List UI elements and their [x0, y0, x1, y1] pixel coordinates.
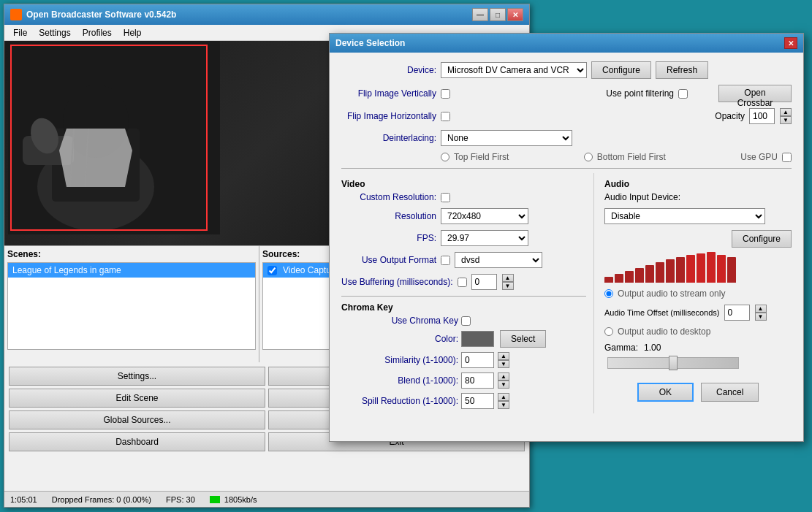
opacity-input[interactable] — [749, 108, 775, 124]
dialog-close-button[interactable]: ✕ — [784, 37, 797, 49]
menu-profiles[interactable]: Profiles — [77, 26, 118, 39]
buffering-up[interactable]: ▲ — [502, 274, 514, 282]
sim-up[interactable]: ▲ — [498, 352, 509, 360]
custom-resolution-row: Custom Resolution: — [341, 192, 586, 202]
blend-down[interactable]: ▼ — [498, 381, 509, 389]
buffering-spinner[interactable]: ▲ ▼ — [502, 274, 514, 290]
blend-row: Blend (1-1000): ▲ ▼ — [341, 372, 586, 389]
color-swatch[interactable] — [461, 331, 494, 347]
resolution-row: Resolution 720x480 640x480 1280x720 — [341, 208, 586, 224]
buffering-input[interactable] — [471, 274, 497, 290]
maximize-button[interactable]: □ — [490, 8, 506, 21]
dashboard-button[interactable]: Dashboard — [9, 432, 265, 451]
edit-scene-button[interactable]: Edit Scene — [9, 389, 265, 408]
blend-up[interactable]: ▲ — [498, 372, 509, 381]
open-crossbar-button[interactable]: Open Crossbar — [718, 85, 792, 102]
similarity-label: Similarity (1-1000): — [341, 355, 458, 365]
meter-bar-3 — [635, 268, 644, 283]
meter-bar-8 — [686, 255, 695, 283]
gamma-slider[interactable] — [607, 357, 739, 369]
color-label: Color: — [341, 334, 458, 344]
output-format-checkbox[interactable] — [441, 256, 450, 265]
similarity-spinner[interactable]: ▲ ▼ — [498, 352, 509, 368]
custom-resolution-checkbox[interactable] — [441, 193, 450, 202]
flip-horizontal-checkbox[interactable] — [441, 112, 450, 121]
use-gpu-label: Use GPU — [740, 152, 778, 162]
select-color-button[interactable]: Select — [500, 330, 546, 348]
source-checkbox[interactable] — [267, 266, 277, 275]
output-stream-label: Output audio to stream only — [618, 289, 725, 299]
audio-time-spinner[interactable]: ▲ ▼ — [755, 305, 767, 321]
left-column: Video Custom Resolution: Resolution 720x… — [341, 173, 594, 413]
audio-time-offset-input[interactable] — [724, 305, 750, 321]
output-stream-radio[interactable] — [604, 289, 613, 298]
flip-horizontal-label: Flip Image Horizontally — [341, 111, 436, 121]
use-gpu-checkbox[interactable] — [782, 153, 792, 162]
similarity-input[interactable] — [461, 352, 494, 368]
top-field-radio[interactable] — [441, 153, 449, 161]
opacity-spinner[interactable]: ▲ ▼ — [780, 108, 792, 124]
fps-select[interactable]: 29.97 25 30 60 — [441, 230, 528, 246]
menu-settings[interactable]: Settings — [33, 26, 76, 39]
menu-help[interactable]: Help — [118, 26, 148, 39]
configure-button[interactable]: Configure — [591, 61, 651, 79]
output-desktop-row: Output audio to desktop — [604, 326, 792, 337]
device-select[interactable]: Microsoft DV Camera and VCR — [441, 62, 587, 78]
buffering-checkbox[interactable] — [458, 278, 467, 287]
menu-file[interactable]: File — [7, 26, 33, 39]
scene-item-league[interactable]: League of Legends in game — [8, 263, 255, 278]
ok-button[interactable]: OK — [637, 383, 694, 402]
audio-input-select[interactable]: Disable Default — [604, 208, 765, 224]
use-chroma-key-checkbox[interactable] — [461, 316, 471, 326]
buffering-down[interactable]: ▼ — [502, 282, 514, 290]
opacity-label: Opacity — [715, 111, 745, 121]
scenes-list[interactable]: League of Legends in game — [7, 262, 256, 350]
output-desktop-radio[interactable] — [604, 327, 613, 336]
minimize-button[interactable]: — — [472, 8, 488, 21]
video-section-title: Video — [341, 179, 586, 189]
device-selection-dialog: Device Selection ✕ Device: Microsoft DV … — [329, 33, 804, 442]
fps-green-bar — [210, 496, 220, 503]
audio-input-row: Disable Default — [604, 208, 792, 224]
flip-vertical-checkbox[interactable] — [441, 89, 450, 99]
deinterlacing-row: Deinterlacing: None Blend Bob — [341, 130, 792, 146]
audio-configure-button[interactable]: Configure — [732, 230, 792, 248]
scenes-section: Scenes: League of Legends in game — [4, 246, 259, 362]
close-button[interactable]: ✕ — [507, 8, 523, 21]
meter-bar-5 — [656, 262, 664, 283]
output-format-label: Use Output Format — [341, 255, 436, 265]
resolution-select[interactable]: 720x480 640x480 1280x720 — [441, 208, 528, 224]
time-up[interactable]: ▲ — [755, 305, 767, 313]
use-chroma-key-row: Use Chroma Key — [341, 316, 586, 326]
spill-input[interactable] — [461, 393, 494, 409]
meter-bar-10 — [707, 252, 716, 283]
spill-spinner[interactable]: ▲ ▼ — [498, 393, 509, 409]
spill-up[interactable]: ▲ — [498, 393, 509, 401]
opacity-up[interactable]: ▲ — [780, 108, 792, 116]
audio-section-title: Audio — [604, 179, 792, 189]
use-point-filter-checkbox[interactable] — [678, 89, 688, 99]
cancel-button[interactable]: Cancel — [701, 383, 759, 402]
sim-down[interactable]: ▼ — [498, 360, 509, 368]
deinterlacing-select[interactable]: None Blend Bob — [441, 130, 572, 146]
fps-row: FPS: 29.97 25 30 60 — [341, 230, 586, 246]
preview-selection-border — [10, 45, 208, 231]
device-row: Device: Microsoft DV Camera and VCR Conf… — [341, 61, 792, 79]
spill-down[interactable]: ▼ — [498, 401, 509, 409]
meter-bar-2 — [625, 271, 634, 283]
spill-label: Spill Reduction (1-1000): — [341, 396, 458, 406]
blend-input[interactable] — [461, 372, 494, 389]
device-label: Device: — [341, 65, 436, 75]
opacity-down[interactable]: ▼ — [780, 116, 792, 124]
refresh-button[interactable]: Refresh — [656, 61, 708, 79]
scenes-label: Scenes: — [7, 249, 256, 259]
settings-button[interactable]: Settings... — [9, 367, 265, 386]
blend-spinner[interactable]: ▲ ▼ — [498, 372, 509, 389]
buffering-row: Use Buffering (milliseconds): ▲ ▼ — [341, 274, 586, 290]
meter-bar-9 — [697, 253, 705, 283]
format-select[interactable]: dvsd — [455, 252, 542, 268]
time-down[interactable]: ▼ — [755, 313, 767, 321]
global-sources-button[interactable]: Global Sources... — [9, 410, 265, 429]
bottom-field-radio[interactable] — [584, 153, 593, 161]
scene-item-label: League of Legends in game — [12, 265, 121, 275]
